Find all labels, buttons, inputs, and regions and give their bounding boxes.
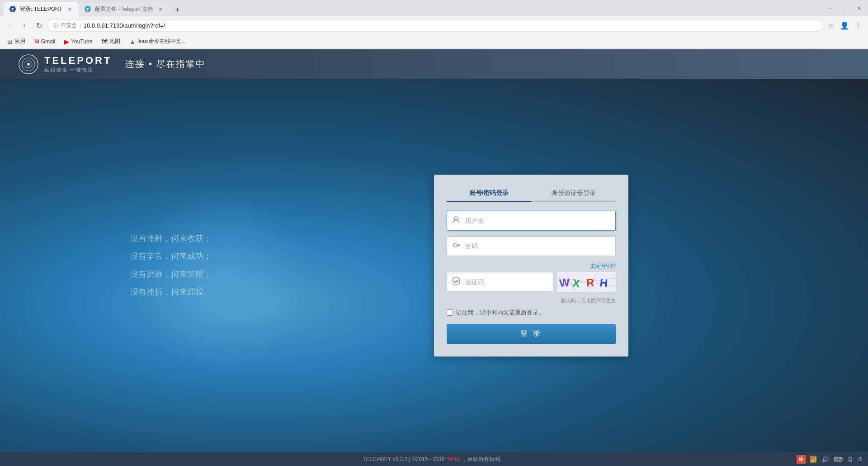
svg-text:R: R xyxy=(586,276,596,289)
bookmark-apps[interactable]: ⊞ 应用 xyxy=(4,37,29,46)
captcha-group: W X R H xyxy=(447,272,616,292)
maximize-button[interactable]: ⬜ xyxy=(839,3,850,14)
bookmark-linux-label: linux命令在线中文... xyxy=(137,38,186,45)
security-icon: ⓘ xyxy=(53,22,58,29)
quote-line-3: 没有磨难，何来荣耀； xyxy=(130,266,212,284)
username-field-wrapper xyxy=(447,211,616,231)
url-text: 10.0.0.61:7190/auth/login?ref=/ xyxy=(84,22,165,29)
tray-keyboard-icon[interactable]: ⌨ xyxy=(832,455,844,464)
footer-suffix: ，保留所有权利。 xyxy=(462,456,505,463)
tab-title-1: 登录::TELEPORT xyxy=(20,5,62,13)
logo-icon xyxy=(18,54,39,75)
tab-close-1[interactable]: ✕ xyxy=(66,5,73,13)
bookmark-youtube[interactable]: ▶ YouTube xyxy=(61,37,96,46)
back-button[interactable]: ‹ xyxy=(4,19,16,32)
system-tray: 中 📶 🔊 ⌨ 🖥 ⏱ xyxy=(793,452,868,466)
password-field-wrapper xyxy=(447,236,616,256)
teleport-logo: TELEPORT 远程连接 一键抵达 xyxy=(18,54,112,75)
remember-me-checkbox[interactable] xyxy=(447,309,453,316)
ime-indicator[interactable]: 中 xyxy=(797,455,806,464)
forgot-password-link[interactable]: 忘记密码? xyxy=(447,262,616,270)
login-tabs: 账号/密码登录 身份验证器登录 xyxy=(447,185,616,202)
tab-password-login[interactable]: 账号/密码登录 xyxy=(447,185,531,201)
quote-text: 没有播种，何来收获； 没有辛劳，何来成功； 没有磨难，何来荣耀； 没有挫折，何来… xyxy=(130,229,212,301)
main-background: 没有播种，何来收获； 没有辛劳，何来成功； 没有磨难，何来荣耀； 没有挫折，何来… xyxy=(0,79,868,452)
address-separator: | xyxy=(80,23,81,28)
tab-close-2[interactable]: ✕ xyxy=(157,5,164,13)
linux-icon: ▲ xyxy=(129,38,136,45)
maps-icon: 🗺 xyxy=(101,38,108,45)
bookmark-gmail[interactable]: M Gmail xyxy=(31,37,59,46)
brand-name: TELEPORT xyxy=(44,55,112,67)
tray-time-icon: ⏱ xyxy=(857,456,864,463)
brand-subtitle: 远程连接 一键抵达 xyxy=(44,67,112,73)
bookmark-maps[interactable]: 🗺 地图 xyxy=(98,37,124,46)
quote-line-2: 没有辛劳，何来成功； xyxy=(130,247,212,266)
bookmark-maps-label: 地图 xyxy=(109,38,120,45)
bookmark-gmail-label: Gmail xyxy=(41,38,55,45)
brand-text: TELEPORT 远程连接 一键抵达 xyxy=(44,55,112,73)
tab-authenticator-login[interactable]: 身份验证器登录 xyxy=(531,185,616,201)
insecure-label: 不安全 xyxy=(61,22,77,29)
page-content: TELEPORT 远程连接 一键抵达 连接 • 尽在指掌中 没有播种，何来收获；… xyxy=(0,49,868,466)
tagline: 连接 • 尽在指掌中 xyxy=(125,58,206,70)
password-input[interactable] xyxy=(465,243,611,250)
teleport-header: TELEPORT 远程连接 一键抵达 连接 • 尽在指掌中 xyxy=(0,49,868,79)
captcha-hint: 验证码，点击图片可更换 xyxy=(447,297,616,304)
tab-favicon-2: T xyxy=(84,5,91,13)
svg-text:H: H xyxy=(599,276,610,289)
forward-button[interactable]: › xyxy=(18,19,31,32)
remember-me-label: 记住我，12小时内无需重新登录。 xyxy=(456,309,544,317)
remember-me-wrapper: 记住我，12小时内无需重新登录。 xyxy=(447,309,616,317)
username-input[interactable] xyxy=(465,217,611,224)
address-bar[interactable]: ⓘ 不安全 | 10.0.0.61:7190/auth/login?ref=/ xyxy=(47,19,823,32)
bookmarks-bar: ⊞ 应用 M Gmail ▶ YouTube 🗺 地图 ▲ linux命令在线中… xyxy=(0,34,868,49)
login-card: 账号/密码登录 身份验证器登录 xyxy=(434,175,628,357)
svg-point-9 xyxy=(453,243,457,247)
nav-bar: ‹ › ↻ ⓘ 不安全 | 10.0.0.61:7190/auth/login?… xyxy=(0,16,868,34)
tray-network-icon[interactable]: 📶 xyxy=(808,455,818,464)
bookmark-apps-label: 应用 xyxy=(14,38,25,45)
bookmark-youtube-label: YouTube xyxy=(71,38,92,45)
nav-right-icons: ☆ 👤 ⋮ xyxy=(825,19,864,32)
star-button[interactable]: ☆ xyxy=(825,19,837,32)
close-button[interactable]: ✕ xyxy=(854,3,864,14)
new-tab-button[interactable]: + xyxy=(171,4,184,16)
svg-text:X: X xyxy=(572,276,583,290)
svg-text:T: T xyxy=(86,7,89,12)
tray-monitor-icon[interactable]: 🖥 xyxy=(846,455,855,464)
tab-teleport-login[interactable]: T 登录::TELEPORT ✕ xyxy=(4,2,79,16)
footer-link[interactable]: TP4A xyxy=(447,456,460,462)
user-icon xyxy=(452,216,461,226)
svg-text:T: T xyxy=(11,7,14,12)
captcha-input-wrapper xyxy=(447,272,553,292)
captcha-check-icon xyxy=(452,277,461,287)
tray-volume-icon[interactable]: 🔊 xyxy=(820,455,830,464)
tab-teleport-docs[interactable]: T 配置文件 - Teleport 文档 ✕ xyxy=(79,2,170,16)
tab-favicon-1: T xyxy=(9,5,16,13)
captcha-image[interactable]: W X R H xyxy=(557,272,616,292)
tab-title-2: 配置文件 - Teleport 文档 xyxy=(95,5,153,13)
minimize-button[interactable]: — xyxy=(825,3,835,14)
svg-point-7 xyxy=(27,63,30,66)
youtube-icon: ▶ xyxy=(64,38,69,45)
apps-icon: ⊞ xyxy=(7,38,13,45)
svg-text:W: W xyxy=(559,276,572,289)
quote-line-4: 没有挫折，何来辉煌。 xyxy=(130,283,212,301)
footer-text: TELEPORT v3.2.2 | ©2015 - 2018 xyxy=(363,456,445,462)
page-footer: TELEPORT v3.2.2 | ©2015 - 2018 TP4A ，保留所… xyxy=(0,452,868,466)
bookmark-linux[interactable]: ▲ linux命令在线中文... xyxy=(126,37,189,46)
quote-line-1: 没有播种，何来收获； xyxy=(130,229,212,247)
svg-rect-10 xyxy=(453,278,459,284)
menu-button[interactable]: ⋮ xyxy=(852,19,864,32)
gmail-icon: M xyxy=(34,38,39,45)
key-icon xyxy=(452,241,461,251)
login-button[interactable]: 登 录 xyxy=(447,324,616,344)
account-button[interactable]: 👤 xyxy=(838,19,851,32)
refresh-button[interactable]: ↻ xyxy=(33,19,45,32)
captcha-input[interactable] xyxy=(465,278,548,285)
